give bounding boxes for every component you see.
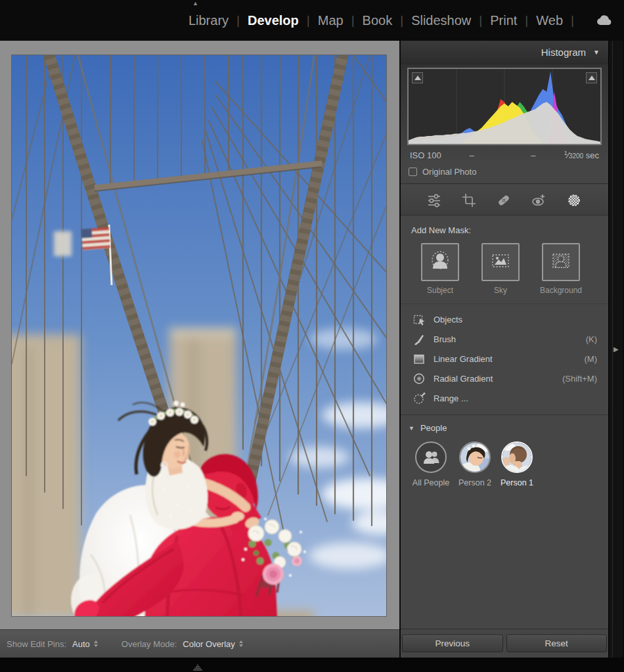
histogram-chart[interactable] xyxy=(407,68,602,145)
right-panel-edge-strip[interactable]: ▶ xyxy=(608,41,623,658)
mask-subject-button[interactable]: Subject xyxy=(421,243,459,295)
overlay-mode-label: Overlay Mode: xyxy=(122,639,177,649)
tab-library[interactable]: Library xyxy=(189,13,229,28)
mask-tool-radial-gradient[interactable]: Radial Gradient (Shift+M) xyxy=(412,369,597,388)
all-people-icon xyxy=(421,447,441,467)
tool-shortcut: (Shift+M) xyxy=(562,374,597,384)
dropdown-arrows-icon[interactable] xyxy=(239,640,243,647)
edit-sliders-icon[interactable] xyxy=(426,192,443,209)
nav-separator: | xyxy=(479,13,482,28)
sky-label: Sky xyxy=(494,286,507,295)
dropdown-arrows-icon[interactable] xyxy=(94,640,98,647)
person-1-avatar xyxy=(501,441,533,473)
background-label: Background xyxy=(540,286,582,295)
tab-book[interactable]: Book xyxy=(363,13,393,28)
original-photo-label: Original Photo xyxy=(422,167,476,177)
range-icon xyxy=(412,392,426,405)
tool-label: Range ... xyxy=(434,393,468,403)
panel-empty-space xyxy=(401,487,608,629)
person-2-avatar xyxy=(459,441,491,473)
nav-separator: | xyxy=(571,13,574,28)
tab-web[interactable]: Web xyxy=(536,13,563,28)
photo-canvas-area: Show Edit Pins: Auto Overlay Mode: Color… xyxy=(0,41,401,658)
avatar-label: Person 1 xyxy=(501,478,533,487)
all-people-item[interactable]: All People xyxy=(409,441,453,487)
collapse-arrow-icon[interactable]: ▼ xyxy=(593,49,600,56)
crop-tool-icon[interactable] xyxy=(460,192,478,209)
add-new-mask-label: Add New Mask: xyxy=(411,225,608,235)
tool-label: Linear Gradient xyxy=(434,354,493,364)
people-title: People xyxy=(420,423,447,433)
module-nav: Library | Develop | Map | Book | Slidesh… xyxy=(189,13,613,28)
shadow-clipping-indicator[interactable] xyxy=(412,72,423,83)
mask-tools-list: Objects Brush (K) xyxy=(401,303,608,411)
objects-icon xyxy=(412,313,426,326)
tab-print[interactable]: Print xyxy=(490,13,517,28)
red-eye-tool-icon[interactable] xyxy=(530,192,547,209)
show-edit-pins-dropdown[interactable]: Auto xyxy=(72,639,90,649)
top-panel-reveal-arrow[interactable]: ▲ xyxy=(192,1,198,7)
overlay-mode-dropdown[interactable]: Color Overlay xyxy=(183,639,234,649)
histogram-section: ISO 100 – – 1⁄3200 sec Original Photo xyxy=(401,64,608,185)
person-2-item[interactable]: Person 2 xyxy=(455,441,495,487)
people-header[interactable]: ▼ People xyxy=(409,423,600,433)
filmstrip-collapsed-strip[interactable] xyxy=(0,658,624,672)
main-area: Show Edit Pins: Auto Overlay Mode: Color… xyxy=(0,41,624,658)
module-picker-bar: ▲ Library | Develop | Map | Book | Slide… xyxy=(0,0,624,41)
previous-button[interactable]: Previous xyxy=(402,635,503,652)
linear-gradient-icon xyxy=(412,352,426,365)
nav-separator: | xyxy=(525,13,528,28)
nav-separator: | xyxy=(236,13,240,28)
nav-separator: | xyxy=(307,13,310,28)
healing-tool-icon[interactable] xyxy=(495,192,512,209)
show-edit-pins-label: Show Edit Pins: xyxy=(7,639,66,649)
reset-button[interactable]: Reset xyxy=(506,635,608,652)
tab-map[interactable]: Map xyxy=(318,13,344,28)
mask-background-button[interactable]: Background xyxy=(542,243,580,295)
tool-shortcut: (M) xyxy=(585,354,598,364)
mask-tool-linear-gradient[interactable]: Linear Gradient (M) xyxy=(412,349,597,369)
tool-label: Brush xyxy=(434,334,456,344)
mask-tool-objects[interactable]: Objects xyxy=(412,309,597,329)
mask-tool-range[interactable]: Range ... xyxy=(412,388,597,408)
exif-info-row: ISO 100 – – 1⁄3200 sec xyxy=(401,145,608,160)
people-section: ▼ People xyxy=(401,414,608,487)
tool-shortcut: (K) xyxy=(586,334,597,344)
develop-toolbar: Show Edit Pins: Auto Overlay Mode: Color… xyxy=(0,629,399,658)
panel-expand-arrow-icon[interactable]: ▶ xyxy=(613,346,619,353)
person-1-item[interactable]: Person 1 xyxy=(497,441,537,487)
cloud-sync-icon[interactable] xyxy=(595,14,613,27)
avatar-label: Person 2 xyxy=(458,478,491,487)
nav-separator: | xyxy=(351,13,355,28)
radial-gradient-icon xyxy=(412,372,426,385)
tab-develop[interactable]: Develop xyxy=(248,13,299,28)
highlight-clipping-indicator[interactable] xyxy=(586,72,597,83)
tool-label: Objects xyxy=(434,315,462,325)
original-photo-checkbox[interactable] xyxy=(409,168,417,176)
avatar-label: All People xyxy=(412,478,449,487)
iso-value: ISO 100 xyxy=(410,150,441,160)
background-mask-icon xyxy=(549,249,573,275)
shutter-speed-value: 1⁄3200 sec xyxy=(564,150,599,160)
panel-bottom-buttons: Previous Reset xyxy=(401,629,608,658)
mask-sky-button[interactable]: Sky xyxy=(481,243,520,295)
subject-label: Subject xyxy=(427,286,453,295)
masking-tool-icon[interactable] xyxy=(565,191,583,210)
histogram-panel-header[interactable]: Histogram ▼ xyxy=(401,41,608,64)
disclosure-triangle-icon[interactable]: ▼ xyxy=(409,425,414,432)
photo-canvas[interactable] xyxy=(12,55,386,616)
masking-panel: Add New Mask: Subject xyxy=(401,215,608,658)
filmstrip-reveal-arrow-icon[interactable] xyxy=(192,662,204,672)
right-panel: Histogram ▼ ISO 100 – – 1⁄3200 sec Ori xyxy=(401,41,608,658)
ai-mask-buttons: Subject Sky xyxy=(401,243,608,295)
sky-mask-icon xyxy=(489,249,512,275)
aperture-value: – xyxy=(441,150,503,160)
tab-slideshow[interactable]: Slideshow xyxy=(411,13,471,28)
tool-label: Radial Gradient xyxy=(434,374,493,384)
subject-mask-icon xyxy=(428,249,452,275)
tool-strip xyxy=(401,185,608,215)
mask-tool-brush[interactable]: Brush (K) xyxy=(412,329,597,349)
lightroom-develop-window: ▲ Library | Develop | Map | Book | Slide… xyxy=(0,0,624,672)
photo-illustration xyxy=(12,55,386,616)
people-avatars: All People xyxy=(409,441,600,487)
